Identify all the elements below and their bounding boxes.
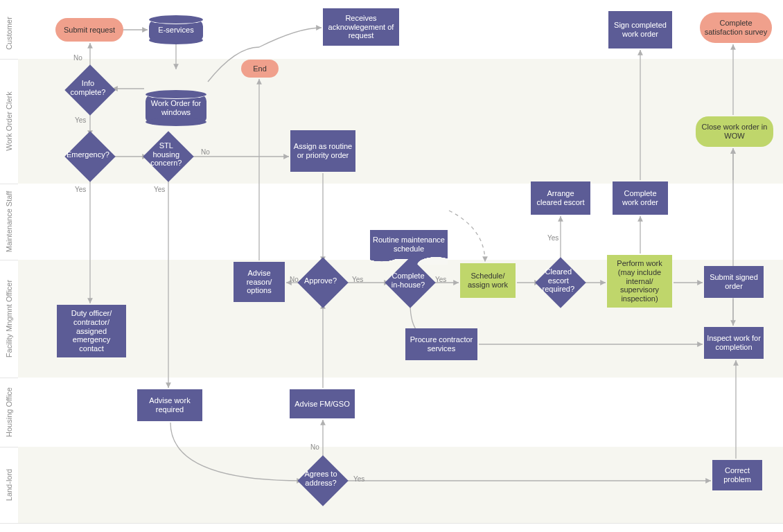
node-routine: Routine maintenance schedule <box>370 230 448 259</box>
edge-label-yes5: Yes <box>435 276 446 283</box>
node-end: End <box>241 60 279 78</box>
edge-label-yes4: Yes <box>352 276 363 283</box>
node-adviseFM: Advise FM/GSO <box>290 389 355 418</box>
lane-landlord <box>18 447 783 523</box>
lane-label-fmo: Facility Mngmnt Officer <box>0 260 18 378</box>
node-eservices: E-services <box>149 19 203 40</box>
lane-label-customer: Customer <box>0 7 18 59</box>
node-receives: Receives acknowlegement of request <box>323 8 399 46</box>
node-advise: Advise reason/ options <box>234 262 285 302</box>
node-closeWOW: Close work order in WOW <box>696 116 773 147</box>
lane-label-maintenance: Maintenance Staff <box>0 184 18 260</box>
node-submitSigned: Submit signed order <box>704 266 764 298</box>
node-procure: Procure contractor services <box>405 328 477 360</box>
node-wow: Work Order for windows <box>146 94 206 122</box>
edge-label-no1: No <box>73 54 82 62</box>
node-adviseWork: Advise work required <box>137 389 202 421</box>
edge-label-yes7: Yes <box>353 475 364 483</box>
edge-label-yes3: Yes <box>154 186 165 193</box>
node-signed: Sign completed work order <box>608 11 672 48</box>
lane-label-landlord: Land-lord <box>0 447 18 523</box>
node-duty: Duty officer/ contractor/ assigned emerg… <box>57 305 126 357</box>
node-completeWO: Complete work order <box>613 181 668 215</box>
edge-label-no3: No <box>290 276 299 283</box>
node-perform: Perform work (may include internal/ supe… <box>607 255 672 308</box>
node-correct: Correct problem <box>712 460 762 490</box>
node-arrange: Arrange cleared escort <box>531 181 590 215</box>
lane-label-housing: Housing Office <box>0 378 18 447</box>
edge-label-yes2: Yes <box>75 186 86 193</box>
node-schedule: Schedule/ assign work <box>460 263 516 298</box>
lane-label-clerk: Work Order Clerk <box>0 59 18 184</box>
edge-label-no2: No <box>201 148 210 156</box>
lane-housing <box>18 378 783 447</box>
swimlane-flowchart: CustomerWork Order ClerkMaintenance Staf… <box>0 0 783 532</box>
node-submit: Submit request <box>55 18 123 42</box>
node-assign: Assign as routine or priority order <box>290 130 355 172</box>
edge-label-yes1: Yes <box>75 116 86 124</box>
edge-label-no4: No <box>310 443 319 451</box>
lane-clerk <box>18 59 783 184</box>
node-inspect: Inspect work for completion <box>704 327 764 359</box>
node-satisfaction: Complete satisfaction survey <box>700 12 772 43</box>
edge-label-yes6: Yes <box>547 234 558 242</box>
